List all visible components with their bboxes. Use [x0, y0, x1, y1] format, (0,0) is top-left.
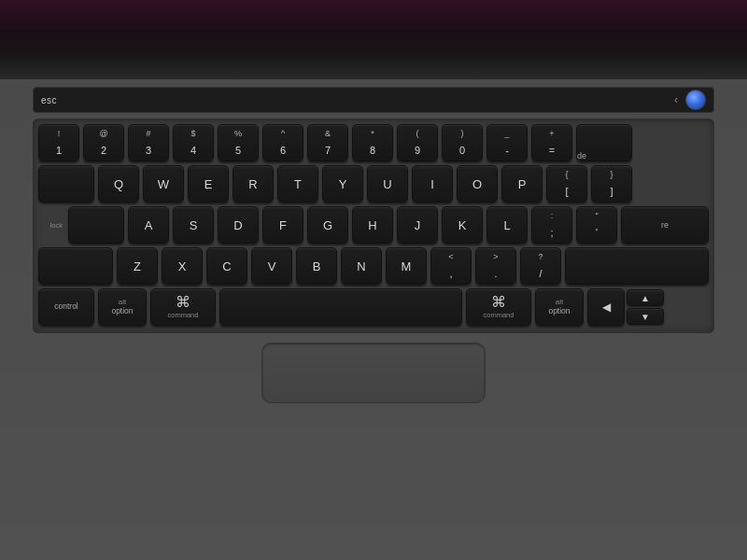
key-9[interactable]: (9 — [397, 124, 438, 161]
zxcv-row: Z X C V B N M <, >. ?/ — [38, 247, 709, 285]
key-o[interactable]: O — [457, 165, 498, 203]
key-8[interactable]: *8 — [352, 124, 393, 161]
key-space[interactable] — [219, 288, 462, 326]
trackpad[interactable] — [261, 343, 486, 403]
asdf-row: lock A S D F G H J K L :; "' re — [38, 206, 709, 244]
key-1[interactable]: !1 — [38, 124, 79, 161]
siri-button[interactable] — [685, 90, 706, 110]
lock-label: lock — [38, 221, 64, 230]
screen-area — [0, 0, 747, 79]
key-slash[interactable]: ?/ — [520, 247, 561, 285]
return-area: re — [621, 206, 709, 244]
key-delete[interactable]: de — [576, 124, 632, 161]
key-b[interactable]: B — [296, 247, 337, 285]
key-semicolon[interactable]: :; — [531, 206, 572, 244]
key-l[interactable]: L — [486, 206, 528, 244]
key-k[interactable]: K — [442, 206, 483, 244]
key-return[interactable]: re — [621, 206, 709, 244]
key-e[interactable]: E — [188, 165, 229, 203]
key-3[interactable]: #3 — [128, 124, 169, 161]
key-v[interactable]: V — [251, 247, 292, 285]
key-arrow-left[interactable]: ◀ — [587, 288, 625, 326]
key-u[interactable]: U — [367, 165, 408, 203]
screen-glow — [0, 0, 747, 56]
keyboard-bezel: esc ‹ !1 @2 #3 $4 %5 ^6 &7 *8 (9 )0 _- +… — [0, 79, 747, 560]
key-arrow-down[interactable]: ▼ — [627, 308, 664, 325]
key-bracket-l[interactable]: {[ — [546, 165, 587, 203]
key-t[interactable]: T — [277, 165, 318, 203]
key-p[interactable]: P — [501, 165, 543, 203]
key-c[interactable]: C — [206, 247, 247, 285]
key-command-r[interactable]: ⌘ command — [466, 288, 531, 326]
key-q[interactable]: Q — [98, 165, 139, 203]
chevron-icon: ‹ — [674, 93, 678, 106]
key-tab[interactable] — [38, 165, 94, 203]
key-w[interactable]: W — [143, 165, 184, 203]
key-s[interactable]: S — [173, 206, 214, 244]
key-period[interactable]: >. — [475, 247, 516, 285]
key-shift-r[interactable] — [565, 247, 709, 285]
arrow-up-down: ▲ ▼ — [627, 289, 664, 325]
key-a[interactable]: A — [128, 206, 169, 244]
key-y[interactable]: Y — [322, 165, 363, 203]
laptop-body: esc ‹ !1 @2 #3 $4 %5 ^6 &7 *8 (9 )0 _- +… — [0, 0, 747, 560]
key-z[interactable]: Z — [117, 247, 158, 285]
touch-bar: esc ‹ — [33, 87, 714, 113]
key-7[interactable]: &7 — [307, 124, 348, 161]
key-command-l[interactable]: ⌘ command — [150, 288, 216, 326]
key-x[interactable]: X — [162, 247, 203, 285]
key-f[interactable]: F — [262, 206, 303, 244]
key-quote[interactable]: "' — [576, 206, 617, 244]
key-comma[interactable]: <, — [430, 247, 472, 285]
key-2[interactable]: @2 — [83, 124, 124, 161]
key-0[interactable]: )0 — [442, 124, 483, 161]
key-shift-l[interactable] — [38, 247, 113, 285]
arrow-cluster: ◀ ▲ ▼ — [587, 288, 664, 326]
key-6[interactable]: ^6 — [262, 124, 303, 161]
key-bracket-r[interactable]: }] — [591, 165, 632, 203]
key-caps[interactable] — [68, 206, 124, 244]
key-r[interactable]: R — [233, 165, 274, 203]
key-option-l[interactable]: altoption — [98, 288, 147, 326]
touch-bar-right: ‹ — [674, 90, 706, 110]
keyboard: !1 @2 #3 $4 %5 ^6 &7 *8 (9 )0 _- += de Q… — [33, 119, 714, 333]
key-control[interactable]: control — [38, 288, 94, 326]
trackpad-area — [33, 343, 714, 403]
modifier-row: control altoption ⌘ command ⌘ command al… — [38, 288, 709, 326]
key-m[interactable]: M — [386, 247, 427, 285]
key-4[interactable]: $4 — [173, 124, 214, 161]
key-j[interactable]: J — [397, 206, 438, 244]
esc-key[interactable]: esc — [41, 95, 57, 105]
key-5[interactable]: %5 — [218, 124, 259, 161]
key-n[interactable]: N — [341, 247, 382, 285]
number-row: !1 @2 #3 $4 %5 ^6 &7 *8 (9 )0 _- += de — [38, 124, 709, 161]
qwerty-row: Q W E R T Y U I O P {[ }] — [38, 165, 709, 203]
key-equals[interactable]: += — [531, 124, 572, 161]
key-g[interactable]: G — [307, 206, 348, 244]
key-d[interactable]: D — [218, 206, 259, 244]
key-h[interactable]: H — [352, 206, 393, 244]
key-minus[interactable]: _- — [486, 124, 528, 161]
key-option-r[interactable]: altoption — [535, 288, 584, 326]
key-i[interactable]: I — [412, 165, 453, 203]
key-arrow-up[interactable]: ▲ — [627, 289, 664, 306]
